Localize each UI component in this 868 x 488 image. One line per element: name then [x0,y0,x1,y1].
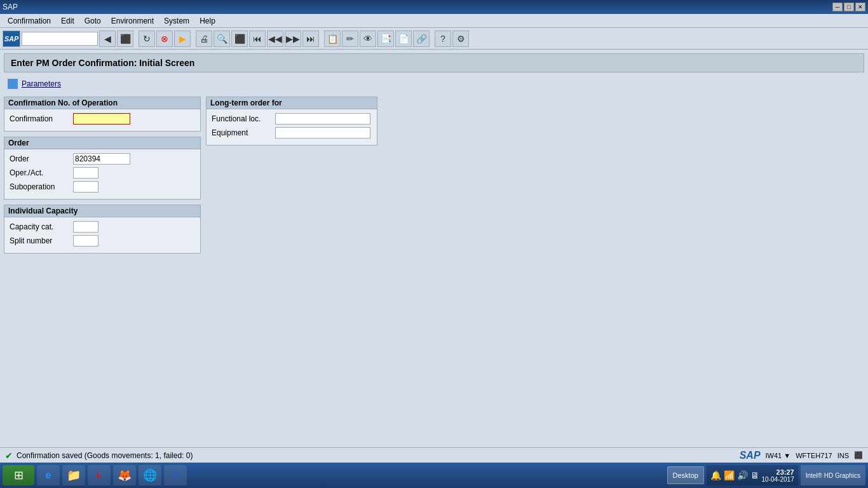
firefox-icon[interactable]: 🦊 [113,465,136,485]
find-next-icon[interactable]: ⬛ [231,30,248,47]
split-number-row: Split number [10,235,195,247]
capacity-cat-input[interactable] [73,221,98,233]
shortcut-icon[interactable]: 🔗 [413,30,430,47]
toolbar: SAP ◀ ⬛ ↻ ⊗ ▶ 🖨 🔍 ⬛ ⏮ ◀◀ ▶▶ ⏭ 📋 ✏ 👁 📑 📄 … [0,28,868,50]
order-row: Order [10,153,195,165]
functional-loc-input[interactable] [275,113,370,125]
params-icon [8,79,18,89]
transaction-dropdown[interactable] [22,32,98,46]
title-bar: SAP ─ □ ✕ [0,0,868,14]
order-section-body: Order Oper./Act. Suboperation [4,149,200,199]
page-title-bar: Enter PM Order Confirmation: Initial Scr… [4,53,864,72]
longterm-section-body: Functional loc. Equipment [207,109,377,145]
equipment-input[interactable] [275,127,370,139]
left-forms: Confirmation No. of Operation Confirmati… [4,97,201,259]
right-forms: Long-term order for Functional loc. Equi… [206,97,377,151]
close-button[interactable]: ✕ [855,3,865,11]
order-section-title: Order [4,137,200,149]
graphics-label: Intel® HD Graphics [806,472,860,479]
functional-loc-label: Functional loc. [212,114,275,123]
change-icon[interactable]: ✏ [342,30,358,47]
system-tray: 🔔 📶 🔊 🖥 23:27 10-04-2017 [707,465,798,485]
forms-container: Confirmation No. of Operation Confirmati… [4,97,864,259]
order-label: Order [10,154,73,163]
status-message: Confirmation saved (Goods movements: 1, … [17,451,193,460]
sap-logo-icon: SAP [3,30,20,47]
status-icon: ⬛ [854,451,863,459]
status-check-icon: ✔ [5,451,13,461]
ie-icon[interactable]: e [37,465,60,485]
maximize-button[interactable]: □ [844,3,854,11]
new-icon[interactable]: 📄 [395,30,412,47]
main-content: Enter PM Order Confirmation: Initial Scr… [0,50,868,447]
oper-act-input[interactable] [73,167,98,179]
clock-date: 10-04-2017 [762,476,794,483]
menu-confirmation[interactable]: Confirmation [3,15,56,27]
title-bar-text: SAP [3,3,18,11]
status-right: SAP IW41 ▼ WFTEH717 INS ⬛ [740,450,863,461]
suboperation-label: Suboperation [10,182,73,191]
stop-icon[interactable]: ⊗ [156,30,173,47]
forward-icon[interactable]: ⬛ [117,30,133,47]
confirmation-section-title: Confirmation No. of Operation [4,97,200,109]
page-title: Enter PM Order Confirmation: Initial Scr… [11,58,857,68]
menu-environment[interactable]: Environment [106,15,159,27]
order-input[interactable] [73,153,130,165]
capacity-section: Individual Capacity Capacity cat. Split … [4,205,201,254]
status-user: WFTEH717 [796,452,832,459]
first-icon[interactable]: ⏮ [249,30,266,47]
refresh-icon[interactable]: ↻ [139,30,155,47]
longterm-section-title: Long-term order for [207,97,377,109]
tray-icons: 🔔 📶 🔊 🖥 [710,470,759,480]
longterm-section: Long-term order for Functional loc. Equi… [206,97,377,146]
word-icon[interactable]: W [164,465,187,485]
title-bar-controls[interactable]: ─ □ ✕ [832,3,865,11]
capacity-section-title: Individual Capacity [4,205,200,217]
capacity-section-body: Capacity cat. Split number [4,217,200,253]
confirmation-label: Confirmation [10,114,73,123]
customize-icon[interactable]: ⚙ [452,30,469,47]
params-bar: Parameters [4,76,864,92]
taskbar: ⊞ e 📁 L 🦊 🌐 W Desktop 🔔 📶 🔊 🖥 23:27 10-0… [0,463,868,488]
confirmation-section: Confirmation No. of Operation Confirmati… [4,97,201,132]
status-iw41: IW41 ▼ [766,452,791,459]
menu-bar: Confirmation Edit Goto Environment Syste… [0,14,868,28]
prev-icon[interactable]: ◀◀ [267,30,283,47]
status-bar: ✔ Confirmation saved (Goods movements: 1… [0,447,868,463]
menu-goto[interactable]: Goto [79,15,106,27]
copy-icon[interactable]: 📑 [377,30,394,47]
split-number-input[interactable] [73,235,98,247]
params-button[interactable]: Parameters [22,79,61,88]
sap-logo: SAP [740,450,761,461]
desktop-button[interactable]: Desktop [667,466,704,484]
find-icon[interactable]: 🔍 [214,30,230,47]
menu-help[interactable]: Help [194,15,220,27]
equipment-label: Equipment [212,128,275,137]
lenovo-icon[interactable]: L [88,465,111,485]
minimize-button[interactable]: ─ [832,3,843,11]
explorer-icon[interactable]: 📁 [62,465,85,485]
menu-edit[interactable]: Edit [56,15,79,27]
create-icon[interactable]: 📋 [324,30,341,47]
display-icon[interactable]: 👁 [360,30,376,47]
print-icon[interactable]: 🖨 [196,30,212,47]
suboperation-input[interactable] [73,181,98,193]
capacity-cat-row: Capacity cat. [10,221,195,233]
execute-icon[interactable]: ▶ [174,30,191,47]
equipment-row: Equipment [212,127,372,139]
confirmation-input[interactable] [73,113,130,125]
capacity-cat-label: Capacity cat. [10,222,73,231]
start-button[interactable]: ⊞ [3,465,34,485]
next-icon[interactable]: ▶▶ [285,30,301,47]
oper-act-row: Oper./Act. [10,167,195,179]
menu-system[interactable]: System [159,15,194,27]
network-icon[interactable]: 🌐 [139,465,161,485]
back-icon[interactable]: ◀ [99,30,116,47]
confirmation-row: Confirmation [10,113,195,125]
last-icon[interactable]: ⏭ [302,30,319,47]
taskbar-right: Desktop 🔔 📶 🔊 🖥 23:27 10-04-2017 Intel® … [667,465,865,485]
help-icon[interactable]: ? [435,30,451,47]
order-section: Order Order Oper./Act. Suboperation [4,137,201,200]
suboperation-row: Suboperation [10,181,195,193]
status-left: ✔ Confirmation saved (Goods movements: 1… [5,451,193,461]
